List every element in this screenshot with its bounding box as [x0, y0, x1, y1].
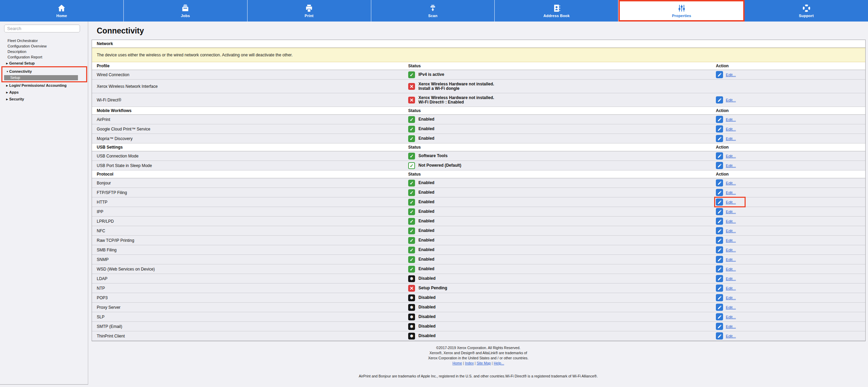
sidebar-item-connectivity[interactable]: ▼Connectivity [3, 68, 86, 75]
edit-link[interactable]: Edit... [726, 154, 736, 158]
edit-pencil-icon[interactable] [716, 227, 723, 234]
edit-pencil-icon[interactable] [716, 208, 723, 215]
edit-pencil-icon[interactable] [716, 189, 723, 196]
edit-pencil-icon[interactable] [716, 198, 723, 206]
edit-link[interactable]: Edit... [726, 277, 736, 281]
sidebar-item-login-permissions-accounting[interactable]: ▶Login/ Permissions/ Accounting [0, 82, 88, 89]
action-cell: Edit... [716, 93, 865, 107]
edit-link[interactable]: Edit... [726, 315, 736, 319]
edit-link[interactable]: Edit... [726, 200, 736, 204]
edit-pencil-icon[interactable] [716, 256, 723, 263]
footer-link-help[interactable]: Help... [494, 361, 504, 365]
tab-support[interactable]: Support [745, 0, 868, 22]
edit-pencil-icon[interactable] [716, 96, 723, 103]
edit-link[interactable]: Edit... [726, 219, 736, 223]
check-icon: ✓ [408, 116, 415, 123]
edit-pencil-icon[interactable] [716, 294, 723, 301]
edit-pencil-icon[interactable] [716, 218, 723, 225]
footer-link-index[interactable]: Index [465, 361, 474, 365]
edit-link[interactable]: Edit... [726, 181, 736, 185]
edit-pencil-icon[interactable] [716, 179, 723, 186]
footer-link-site-map[interactable]: Site Map [477, 361, 491, 365]
status-text: Disabled [418, 295, 436, 300]
edit-link[interactable]: Edit... [726, 305, 736, 309]
edit-link[interactable]: Edit... [726, 127, 736, 131]
edit-pencil-icon[interactable] [716, 125, 723, 133]
tab-jobs[interactable]: Jobs [124, 0, 248, 22]
tab-label: Support [799, 14, 814, 18]
search-input[interactable] [4, 25, 80, 32]
tab-home[interactable]: Home [0, 0, 124, 22]
edit-link[interactable]: Edit... [726, 286, 736, 290]
tab-address-book[interactable]: Address Book [495, 0, 618, 22]
action-group: Edit... [716, 162, 736, 169]
status-text: Enabled [418, 229, 435, 233]
edit-link[interactable]: Edit... [726, 334, 736, 338]
edit-pencil-icon[interactable] [716, 265, 723, 273]
status-text-line: Disabled [418, 276, 436, 281]
sidebar-item-apps[interactable]: ▶Apps [0, 89, 88, 96]
tab-print[interactable]: Print [248, 0, 371, 22]
edit-link[interactable]: Edit... [726, 73, 736, 77]
edit-link[interactable]: Edit... [726, 137, 736, 141]
table-row-airprint: AirPrint ✓ Enabled Edit... [92, 115, 865, 124]
connectivity-table: Network The device uses either the wirel… [92, 40, 866, 341]
sidebar-item-fleet-orchestrator[interactable]: Fleet Orchestrator [0, 38, 88, 43]
edit-pencil-icon[interactable] [716, 246, 723, 253]
footer-link-home[interactable]: Home [452, 361, 462, 365]
edit-link[interactable]: Edit... [726, 229, 736, 233]
sidebar-item-setup[interactable]: Setup [4, 75, 78, 80]
edit-pencil-icon[interactable] [716, 237, 723, 244]
action-group: Edit... [716, 246, 736, 253]
status-text-line: Enabled [418, 136, 435, 141]
table-row-ftp-sftp-filing: FTP/SFTP Filing ✓ Enabled Edit... [92, 188, 865, 197]
sidebar-item-description[interactable]: Description [0, 49, 88, 54]
status-text: Enabled [418, 190, 435, 195]
edit-pencil-icon[interactable] [716, 135, 723, 142]
edit-pencil-icon[interactable] [716, 323, 723, 330]
edit-link[interactable]: Edit... [726, 296, 736, 300]
edit-link[interactable]: Edit... [726, 267, 736, 271]
edit-pencil-icon[interactable] [716, 285, 723, 292]
sidebar-item-security[interactable]: ▶Security [0, 96, 88, 102]
edit-link[interactable]: Edit... [726, 238, 736, 243]
status-text-line: Enabled [418, 219, 435, 223]
column-header-status: Status [408, 143, 716, 151]
edit-pencil-icon[interactable] [716, 116, 723, 123]
edit-link[interactable]: Edit... [726, 191, 736, 195]
edit-link[interactable]: Edit... [726, 258, 736, 262]
edit-pencil-icon[interactable] [716, 152, 723, 160]
action-group: Edit... [716, 294, 736, 301]
edit-pencil-icon[interactable] [716, 332, 723, 340]
edit-link[interactable]: Edit... [726, 98, 736, 102]
edit-link[interactable]: Edit... [726, 324, 736, 329]
action-cell: Edit... [716, 331, 865, 341]
edit-link[interactable]: Edit... [726, 164, 736, 168]
copyright-line: ©2017-2019 Xerox Corporation. All Rights… [89, 345, 868, 350]
check-icon: ✓ [408, 218, 415, 225]
status-cell: ✱ Disabled [408, 331, 716, 341]
edit-pencil-icon[interactable] [716, 162, 723, 169]
profile-label: Raw TCP/IP Printing [92, 236, 408, 245]
edit-pencil-icon[interactable] [716, 275, 723, 282]
edit-pencil-icon[interactable] [716, 313, 723, 320]
action-group: Edit... [716, 237, 736, 244]
status-text: Enabled [418, 127, 435, 131]
sidebar-section-label: Security [9, 97, 24, 101]
edit-link[interactable]: Edit... [726, 210, 736, 214]
footer-link-separator: | [491, 361, 494, 365]
profile-label: Google Cloud Print™ Service [92, 124, 408, 134]
edit-link[interactable]: Edit... [726, 118, 736, 122]
edit-pencil-icon[interactable] [716, 304, 723, 311]
check-icon: ✓ [408, 199, 415, 206]
edit-pencil-icon[interactable] [716, 71, 723, 78]
properties-icon [677, 4, 686, 13]
sidebar-item-configuration-overview[interactable]: Configuration Overview [0, 43, 88, 49]
tab-scan[interactable]: Scan [371, 0, 495, 22]
action-cell: Edit... [716, 255, 865, 264]
edit-link[interactable]: Edit... [726, 248, 736, 252]
tab-properties[interactable]: Properties [618, 0, 745, 22]
sidebar-item-configuration-report[interactable]: Configuration Report [0, 54, 88, 60]
sidebar-item-general-setup[interactable]: ▶General Setup [0, 60, 88, 67]
status-text-line: Enabled [418, 200, 435, 204]
